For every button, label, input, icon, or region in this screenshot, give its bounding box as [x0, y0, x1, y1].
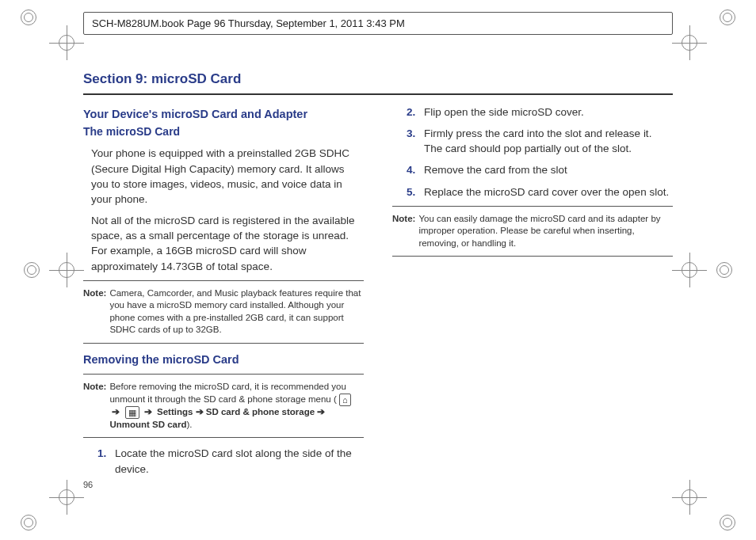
step-text: Firmly press the card into the slot and …: [424, 126, 673, 156]
body-para-2: Not all of the microSD card is registere…: [91, 213, 364, 274]
crop-mark-icon: [17, 6, 40, 29]
note-1: Note: Camera, Camcorder, and Music playb…: [83, 287, 364, 337]
page-header: SCH-M828UM.book Page 96 Thursday, Septem…: [83, 12, 673, 35]
arrow-icon: ➔: [142, 407, 155, 416]
register-mark-icon: [55, 259, 78, 281]
step-4: 4. Remove the card from the slot: [407, 162, 673, 177]
register-mark-icon: [55, 32, 78, 54]
section-title: Section 9: microSD Card: [83, 71, 673, 90]
section-rule: [83, 93, 673, 95]
step-number: 1.: [97, 446, 115, 476]
step-number: 4.: [407, 162, 424, 177]
step-3: 3. Firmly press the card into the slot a…: [407, 126, 673, 156]
step-text: Replace the microSD card cover over the …: [424, 184, 673, 200]
grid-icon: ▦: [125, 406, 139, 419]
left-column: Your Device's microSD Card and Adapter T…: [83, 105, 364, 483]
step-text: Locate the microSD card slot along the s…: [115, 446, 364, 476]
divider: [392, 256, 673, 257]
divider: [392, 206, 673, 207]
note-text: Before removing the microSD card, it is …: [109, 381, 364, 431]
divider: [83, 280, 364, 281]
note-label: Note:: [83, 287, 106, 337]
note-3: Note: You can easily damage the microSD …: [392, 213, 673, 250]
note-text-a: Before removing the microSD card, it is …: [109, 382, 346, 404]
heading-adapter: Your Device's microSD Card and Adapter: [83, 106, 364, 123]
crop-mark-icon: [21, 259, 43, 281]
step-1: 1. Locate the microSD card slot along th…: [97, 446, 364, 476]
note-text: You can easily damage the microSD card a…: [418, 213, 673, 250]
page-number: 96: [83, 480, 93, 489]
home-icon: ⌂: [339, 394, 351, 406]
page-content: Section 9: microSD Card Your Device's mi…: [83, 71, 673, 485]
crop-mark-icon: [716, 6, 739, 29]
step-number: 2.: [407, 105, 424, 120]
step-text: Flip open the side microSD cover.: [424, 105, 673, 120]
crop-mark-icon: [716, 511, 739, 534]
register-mark-icon: [678, 259, 701, 281]
note-2: Note: Before removing the microSD card, …: [83, 381, 364, 431]
divider: [83, 374, 364, 375]
heading-removing: Removing the microSD Card: [83, 352, 364, 368]
register-mark-icon: [678, 32, 701, 54]
step-number: 5.: [407, 184, 424, 200]
crop-mark-icon: [17, 511, 40, 534]
step-2: 2. Flip open the side microSD cover.: [407, 105, 673, 120]
note-label: Note:: [83, 381, 106, 431]
step-number: 3.: [407, 126, 424, 156]
divider: [83, 437, 364, 438]
arrow-icon: ➔: [109, 407, 122, 416]
step-5: 5. Replace the microSD card cover over t…: [407, 184, 673, 200]
register-mark-icon: [55, 486, 78, 508]
note-text: Camera, Camcorder, and Music playback fe…: [109, 287, 364, 337]
body-para-1: Your phone is equipped with a preinstall…: [91, 146, 364, 207]
crop-mark-icon: [713, 259, 735, 281]
register-mark-icon: [678, 486, 701, 508]
heading-microsd-card: The microSD Card: [83, 124, 364, 140]
note-text-c: ).: [187, 420, 193, 429]
step-text: Remove the card from the slot: [424, 162, 673, 177]
right-column: 2. Flip open the side microSD cover. 3. …: [392, 105, 673, 483]
divider: [83, 343, 364, 344]
note-label: Note:: [392, 213, 415, 250]
